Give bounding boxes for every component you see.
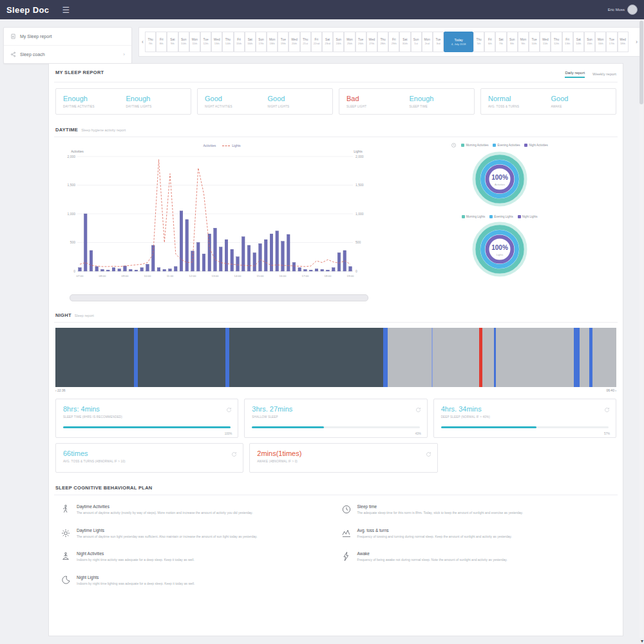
date-cell[interactable]: Thu7th	[145, 32, 156, 52]
chart-scrollbar[interactable]	[70, 294, 368, 301]
date-cell-day: Sun	[509, 38, 515, 43]
date-cell[interactable]: Wed20th	[289, 32, 299, 52]
date-cell[interactable]: Fri15th	[234, 32, 245, 52]
refresh-icon[interactable]	[426, 448, 431, 454]
date-cell[interactable]: Sat7th	[495, 32, 506, 52]
page-scrollbar-thumb[interactable]	[639, 21, 643, 104]
summary-value: Enough	[410, 95, 468, 102]
stat-label: SLEEP TIME (8HRS IS RECOMMENDED)	[63, 415, 231, 419]
tab-daily-report[interactable]: Daily report	[565, 71, 585, 78]
date-cell[interactable]: Thu28th	[377, 32, 388, 52]
plan-item-desc: The adequate sleep time for this norm is…	[357, 511, 524, 516]
date-cell-date: 27th	[369, 42, 374, 46]
date-cell-date: 11th	[543, 42, 548, 46]
date-cell[interactable]: Sun8th	[507, 32, 518, 52]
date-cell[interactable]: Fri29th	[388, 32, 399, 52]
user-menu[interactable]: Eric Moss	[608, 5, 638, 15]
date-cell[interactable]: Wed11th	[540, 32, 551, 52]
date-cell-day: Sun	[413, 38, 419, 43]
sidebar-item-my-sleep-report[interactable]: My Sleep report	[4, 28, 131, 46]
date-cell[interactable]: Sat9th	[167, 32, 178, 52]
progress-percent: 100%	[225, 432, 232, 435]
date-cell-date: 30th	[402, 42, 408, 46]
date-cell-day: Fri	[565, 38, 569, 43]
walk-icon	[61, 504, 71, 515]
date-cell[interactable]: Thu12th	[551, 32, 562, 52]
date-cell[interactable]: Sun24th	[333, 32, 344, 52]
date-cell[interactable]: Mon25th	[344, 32, 355, 52]
activity-bar	[185, 220, 189, 271]
refresh-icon[interactable]	[226, 404, 232, 410]
date-next-arrow[interactable]: ›	[634, 39, 639, 45]
svg-text:15:00: 15:00	[257, 274, 264, 278]
date-prev-arrow[interactable]: ‹	[140, 39, 145, 45]
summary-value: Bad	[346, 95, 404, 102]
date-cell[interactable]: Sat30th	[399, 32, 410, 52]
date-cell-day: Wed	[214, 38, 220, 43]
date-cell-day: Today	[454, 38, 462, 43]
night-header: NIGHT Sleep report	[54, 307, 618, 323]
date-cell[interactable]: Sat23rd	[322, 32, 333, 52]
date-cell[interactable]: Sat14th	[573, 32, 584, 52]
svg-text:13:00: 13:00	[212, 274, 219, 278]
night-sleep-timeline[interactable]	[55, 328, 616, 387]
page-scrollbar[interactable]	[639, 19, 643, 638]
date-cell[interactable]: Sun10th	[178, 32, 189, 52]
activity-bar	[151, 245, 155, 271]
date-cell[interactable]: Thu14th	[222, 32, 233, 52]
sidebar-item-sleep-coach[interactable]: Sleep coach ›	[4, 46, 131, 63]
date-cell[interactable]: Mon9th	[518, 32, 529, 52]
date-cells: Thu7thFri8thSat9thSun10thMon11thTue12thW…	[145, 32, 634, 52]
date-cell-today[interactable]: Today4, July 2018	[444, 32, 473, 52]
refresh-icon[interactable]	[604, 404, 610, 410]
date-cell[interactable]: Thu5th	[473, 32, 484, 52]
date-cell[interactable]: Tue26th	[355, 32, 366, 52]
date-cell[interactable]: Fri6th	[484, 32, 495, 52]
svg-text:07:00: 07:00	[77, 274, 84, 278]
night-title: NIGHT	[55, 312, 71, 318]
date-cell[interactable]: Sun17th	[256, 32, 267, 52]
timeline-end: 06:40 ›	[606, 388, 616, 392]
timeline-toss-stripe	[494, 328, 496, 387]
date-cell[interactable]: Mon16th	[595, 32, 606, 52]
date-cell[interactable]: Sun1st	[411, 32, 422, 52]
date-cell[interactable]: Sat16th	[245, 32, 256, 52]
refresh-icon[interactable]	[231, 448, 237, 454]
date-cell[interactable]: Tue12th	[200, 32, 211, 52]
date-cell-day: Fri	[392, 38, 396, 43]
date-cell[interactable]: Thu21st	[300, 32, 311, 52]
svg-text:09:00: 09:00	[122, 274, 129, 278]
svg-text:2,000: 2,000	[67, 155, 75, 158]
avatar[interactable]	[627, 5, 638, 15]
date-cell[interactable]: Wed18th	[618, 32, 629, 52]
hamburger-menu-icon[interactable]: ☰	[62, 6, 70, 14]
date-cell[interactable]: Fri8th	[156, 32, 167, 52]
date-cell[interactable]: Tue17th	[606, 32, 617, 52]
date-cell[interactable]: Mon11th	[189, 32, 200, 52]
date-cell[interactable]: Wed27th	[366, 32, 377, 52]
date-cell[interactable]: Sun15th	[584, 32, 595, 52]
activity-bar	[106, 270, 109, 271]
date-cell[interactable]: Tue10th	[529, 32, 540, 52]
date-cell[interactable]: Wed13th	[211, 32, 222, 52]
date-cell[interactable]: Tue19th	[278, 32, 289, 52]
date-cell[interactable]: Mon18th	[267, 32, 278, 52]
svg-text:10:00: 10:00	[144, 274, 151, 278]
svg-text:16:00: 16:00	[279, 274, 287, 278]
donut-activities-block: Morning ActivitiesEvening ActivitiesNigh…	[451, 142, 547, 213]
plan-column-left: Daytime ActivitiesThe amount of daytime …	[55, 498, 336, 592]
stat-card: 66timesAVG. TOSS & TURNS (ABNORMAL IF > …	[55, 443, 243, 473]
date-cell[interactable]: Tue3rd	[433, 32, 444, 52]
date-cell-day: Thu	[303, 38, 308, 43]
donut-activities-legend: Morning ActivitiesEvening ActivitiesNigh…	[451, 142, 547, 148]
top-navbar: Sleep Doc ☰ Eric Moss	[0, 0, 644, 19]
scroll-down-arrow[interactable]: ▾	[641, 639, 644, 644]
date-cell[interactable]: Mon2nd	[422, 32, 433, 52]
activity-bar	[129, 269, 132, 271]
refresh-icon[interactable]	[415, 404, 421, 410]
activity-bar	[146, 264, 149, 271]
date-cell[interactable]: Fri22nd	[311, 32, 322, 52]
date-cell-day: Thu	[477, 38, 482, 43]
tab-weekly-report[interactable]: Weekly report	[592, 72, 616, 78]
date-cell[interactable]: Fri13th	[562, 32, 573, 52]
